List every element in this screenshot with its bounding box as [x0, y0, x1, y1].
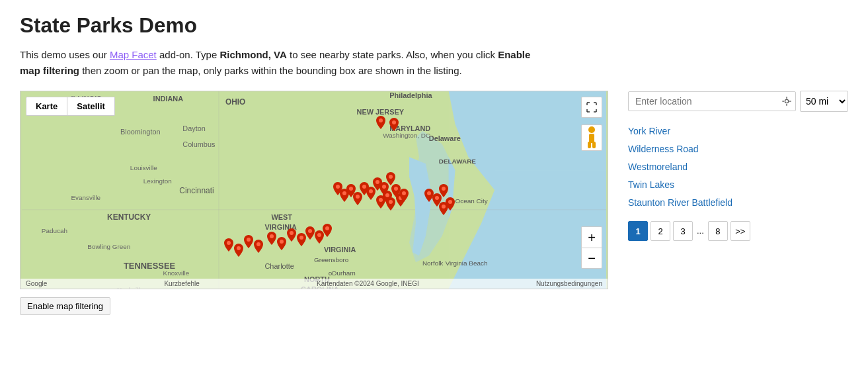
svg-point-43: [588, 126, 595, 133]
list-item: Wilderness Road: [628, 143, 848, 154]
svg-text:Greensboro: Greensboro: [314, 256, 349, 263]
svg-text:Philadelphia: Philadelphia: [389, 91, 432, 99]
result-link[interactable]: Twin Lakes: [628, 179, 674, 190]
fullscreen-button[interactable]: [581, 97, 602, 118]
svg-text:Dayton: Dayton: [182, 124, 206, 132]
svg-text:Bowling Green: Bowling Green: [87, 243, 130, 250]
svg-text:Lexington: Lexington: [143, 177, 172, 185]
svg-rect-44: [589, 134, 594, 143]
map-container[interactable]: TENNESSEE KENTUCKY Paducah Bowling Green…: [20, 91, 608, 289]
zoom-out-button[interactable]: −: [581, 248, 602, 269]
map-facet-link[interactable]: Map Facet: [110, 49, 157, 60]
page-button-3[interactable]: 3: [673, 221, 693, 241]
tab-karte[interactable]: Karte: [26, 97, 67, 116]
svg-rect-45: [588, 142, 591, 148]
right-panel: 50 mi 25 mi 10 mi 100 mi York RiverWilde…: [628, 91, 848, 241]
geolocation-icon: [781, 96, 792, 107]
tab-satellit[interactable]: Satellit: [67, 97, 115, 116]
page-button-8[interactable]: 8: [708, 221, 728, 241]
zoom-controls: + −: [581, 226, 602, 269]
list-item: York River: [628, 125, 848, 136]
pagination: 123...8>>: [628, 221, 848, 241]
map-tabs: Karte Satellit: [26, 97, 115, 116]
svg-text:Knoxville: Knoxville: [163, 269, 190, 277]
svg-text:Evansville: Evansville: [71, 194, 100, 201]
location-input-wrap: [628, 91, 796, 111]
result-link[interactable]: York River: [628, 126, 670, 136]
page-ellipsis: ...: [695, 221, 705, 241]
result-link[interactable]: Wilderness Road: [628, 144, 699, 154]
map-logo: Google: [26, 280, 47, 287]
location-search-row: 50 mi 25 mi 10 mi 100 mi: [628, 91, 848, 112]
map-data-credit: Kartendaten ©2024 Google, INEGI: [317, 280, 419, 287]
page-button-2[interactable]: 2: [651, 221, 670, 241]
svg-text:Bloomington: Bloomington: [120, 128, 161, 136]
svg-text:Washington, DC: Washington, DC: [383, 132, 430, 139]
svg-text:INDIANA: INDIANA: [153, 95, 184, 103]
svg-text:Norfolk: Norfolk: [422, 259, 443, 267]
svg-text:NEW JERSEY: NEW JERSEY: [357, 108, 405, 116]
svg-text:KENTUCKY: KENTUCKY: [107, 212, 151, 222]
svg-text:Cincinnati: Cincinnati: [179, 186, 214, 195]
svg-text:Virginia Beach: Virginia Beach: [446, 259, 488, 267]
svg-point-80: [785, 99, 788, 103]
intro-text-4: then zoom or pan the map, only parks wit…: [79, 65, 462, 76]
result-link[interactable]: Staunton River Battlefield: [628, 197, 732, 208]
svg-text:oDurham: oDurham: [329, 269, 356, 277]
location-input[interactable]: [628, 91, 796, 111]
map-background: TENNESSEE KENTUCKY Paducah Bowling Green…: [20, 91, 608, 289]
list-item: Staunton River Battlefield: [628, 197, 848, 208]
main-layout: TENNESSEE KENTUCKY Paducah Bowling Green…: [20, 91, 848, 315]
person-icon: [584, 126, 599, 150]
svg-text:Paducah: Paducah: [42, 227, 67, 234]
results-list: York RiverWilderness RoadWestmorelandTwi…: [628, 125, 848, 208]
pagination-next[interactable]: >>: [730, 221, 750, 241]
distance-select[interactable]: 50 mi 25 mi 10 mi 100 mi: [800, 91, 848, 112]
svg-text:Louisville: Louisville: [130, 164, 157, 171]
zoom-in-button[interactable]: +: [581, 226, 602, 248]
page-button-1[interactable]: 1: [628, 221, 648, 241]
geolocation-button[interactable]: [781, 96, 792, 107]
svg-text:VIRGINIA: VIRGINIA: [264, 223, 297, 231]
svg-text:VIRGINIA: VIRGINIA: [324, 246, 356, 254]
intro-text-2: add-on. Type: [157, 49, 220, 60]
pegman-button[interactable]: [581, 124, 602, 151]
map-terms[interactable]: Nutzungsbedingungen: [536, 280, 602, 287]
page-title: State Parks Demo: [20, 13, 848, 38]
svg-text:Ocean City: Ocean City: [455, 197, 488, 205]
intro-text-1: This demo uses our: [20, 49, 110, 60]
svg-rect-4: [22, 91, 449, 289]
svg-text:WEST: WEST: [271, 213, 292, 221]
fullscreen-icon: [586, 102, 597, 113]
svg-rect-46: [592, 142, 596, 148]
result-link[interactable]: Westmoreland: [628, 162, 688, 172]
svg-text:Charlotte: Charlotte: [264, 262, 294, 270]
map-shortcut[interactable]: Kurzbefehle: [164, 280, 199, 287]
svg-text:OHIO: OHIO: [225, 97, 245, 107]
map-footer: Google Kurzbefehle Kartendaten ©2024 Goo…: [20, 279, 608, 289]
intro-text-3: to see nearby state parks. Also, when yo…: [287, 49, 498, 60]
list-item: Twin Lakes: [628, 179, 848, 190]
enable-map-filtering-button[interactable]: Enable map filtering: [20, 297, 110, 315]
svg-text:Delaware: Delaware: [429, 134, 461, 142]
list-item: Westmoreland: [628, 161, 848, 172]
svg-text:Columbus: Columbus: [182, 140, 216, 148]
intro-paragraph: This demo uses our Map Facet add-on. Typ…: [20, 47, 535, 79]
richmond-bold: Richmond, VA: [219, 49, 286, 60]
svg-text:DELAWARE: DELAWARE: [439, 158, 477, 165]
map-section: TENNESSEE KENTUCKY Paducah Bowling Green…: [20, 91, 608, 315]
